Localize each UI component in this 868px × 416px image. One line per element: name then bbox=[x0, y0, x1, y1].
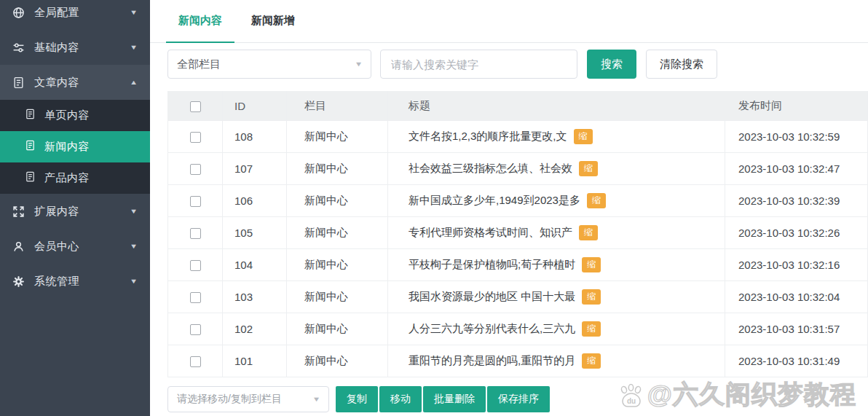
row-title-link[interactable]: 平枝栒子是保护植物吗;荀子种植时 bbox=[409, 258, 575, 270]
row-title-link[interactable]: 专利代理师资格考试时间、知识产 bbox=[409, 226, 572, 238]
globe-icon bbox=[12, 6, 25, 19]
table-row: 105新闻中心专利代理师资格考试时间、知识产缩2023-10-03 10:32:… bbox=[168, 217, 868, 249]
row-checkbox[interactable] bbox=[190, 196, 201, 207]
sidebar-item-label: 会员中心 bbox=[34, 240, 130, 254]
sidebar-item-article-content[interactable]: 文章内容 ▲ bbox=[0, 65, 150, 100]
copy-button[interactable]: 复制 bbox=[336, 386, 378, 412]
sidebar-item-news-content[interactable]: 新闻内容 bbox=[0, 131, 150, 162]
sidebar-item-label: 产品内容 bbox=[44, 171, 90, 185]
row-id: 101 bbox=[223, 345, 287, 377]
thumbnail-badge: 缩 bbox=[582, 353, 601, 369]
sliders-icon bbox=[12, 41, 25, 54]
user-icon bbox=[12, 240, 25, 253]
gear-icon bbox=[12, 275, 25, 288]
chevron-down-icon: ▼ bbox=[355, 60, 363, 68]
document-icon bbox=[25, 140, 36, 154]
row-checkbox[interactable] bbox=[190, 356, 201, 367]
tab-news-add[interactable]: 新闻新增 bbox=[239, 0, 307, 43]
move-button[interactable]: 移动 bbox=[379, 386, 422, 412]
row-id: 104 bbox=[223, 249, 287, 281]
sidebar-item-label: 基础内容 bbox=[34, 41, 130, 55]
sidebar-item-label: 文章内容 bbox=[34, 76, 130, 90]
thumbnail-badge: 缩 bbox=[587, 193, 606, 208]
move-copy-select-placeholder: 请选择移动/复制到栏目 bbox=[177, 393, 282, 406]
sidebar-item-member-center[interactable]: 会员中心 ▼ bbox=[0, 229, 150, 264]
sidebar-item-system-management[interactable]: 系统管理 ▼ bbox=[0, 264, 150, 299]
row-publish-time: 2023-10-03 10:32:47 bbox=[725, 153, 868, 185]
news-table: ID 栏目 标题 发布时间 108新闻中心文件名按1,2,3的顺序批量更改,文缩… bbox=[167, 91, 868, 377]
sidebar: 全局配置 ▼ 基础内容 ▼ 文章内容 ▲ bbox=[0, 0, 150, 416]
col-header-category: 栏目 bbox=[287, 92, 388, 121]
row-publish-time: 2023-10-03 10:32:26 bbox=[725, 217, 868, 249]
row-checkbox[interactable] bbox=[190, 132, 201, 143]
table-row: 103新闻中心我国水资源最少的地区 中国十大最缩2023-10-03 10:32… bbox=[168, 281, 868, 313]
row-category: 新闻中心 bbox=[287, 185, 388, 217]
sidebar-item-global-config[interactable]: 全局配置 ▼ bbox=[0, 0, 150, 30]
row-publish-time: 2023-10-03 10:31:57 bbox=[725, 313, 868, 345]
table-row: 104新闻中心平枝栒子是保护植物吗;荀子种植时缩2023-10-03 10:32… bbox=[168, 249, 868, 281]
app-window: 全局配置 ▼ 基础内容 ▼ 文章内容 ▲ bbox=[0, 0, 868, 416]
clear-search-button[interactable]: 清除搜索 bbox=[646, 50, 717, 79]
row-publish-time: 2023-10-03 10:32:16 bbox=[725, 249, 868, 281]
tab-news-content[interactable]: 新闻内容 bbox=[166, 0, 234, 43]
chevron-up-icon: ▲ bbox=[130, 79, 138, 86]
document-icon bbox=[25, 109, 36, 122]
row-id: 103 bbox=[223, 281, 287, 313]
row-title-link[interactable]: 新中国成立多少年,1949到2023是多 bbox=[409, 194, 580, 206]
row-id: 105 bbox=[223, 217, 287, 249]
row-checkbox[interactable] bbox=[190, 292, 201, 303]
row-title-link[interactable]: 文件名按1,2,3的顺序批量更改,文 bbox=[409, 130, 567, 142]
chevron-down-icon: ▼ bbox=[130, 278, 138, 285]
row-checkbox[interactable] bbox=[190, 260, 201, 271]
sidebar-item-label: 新闻内容 bbox=[44, 140, 90, 154]
sidebar-menu: 全局配置 ▼ 基础内容 ▼ 文章内容 ▲ bbox=[0, 0, 150, 299]
sidebar-item-single-page-content[interactable]: 单页内容 bbox=[0, 100, 150, 131]
sidebar-item-extended-content[interactable]: 扩展内容 ▼ bbox=[0, 194, 150, 229]
thumbnail-badge: 缩 bbox=[574, 129, 593, 144]
chevron-down-icon: ▼ bbox=[130, 44, 138, 51]
batch-delete-button[interactable]: 批量删除 bbox=[423, 386, 486, 412]
row-checkbox[interactable] bbox=[190, 324, 201, 335]
row-title-link[interactable]: 重阳节的月亮是圆的吗,重阳节的月 bbox=[409, 354, 575, 366]
row-category: 新闻中心 bbox=[287, 281, 388, 313]
sidebar-item-product-content[interactable]: 产品内容 bbox=[0, 162, 150, 194]
col-header-publish-time: 发布时间 bbox=[725, 92, 868, 121]
sidebar-submenu-article: 单页内容 新闻内容 产品内容 bbox=[0, 100, 150, 194]
row-title-link[interactable]: 社会效益三级指标怎么填、社会效 bbox=[409, 162, 572, 174]
row-category: 新闻中心 bbox=[287, 313, 388, 345]
sidebar-item-label: 系统管理 bbox=[34, 275, 130, 289]
move-copy-select[interactable]: 请选择移动/复制到栏目 ▼ bbox=[167, 386, 329, 412]
table-row: 101新闻中心重阳节的月亮是圆的吗,重阳节的月缩2023-10-03 10:31… bbox=[168, 345, 868, 377]
row-id: 106 bbox=[223, 185, 287, 217]
sidebar-item-label: 单页内容 bbox=[44, 109, 90, 122]
category-select[interactable]: 全部栏目 ▼ bbox=[167, 50, 371, 79]
save-sort-button[interactable]: 保存排序 bbox=[487, 386, 550, 412]
thumbnail-badge: 缩 bbox=[579, 161, 598, 176]
row-checkbox[interactable] bbox=[190, 164, 201, 175]
row-checkbox[interactable] bbox=[190, 228, 201, 239]
chevron-down-icon: ▼ bbox=[130, 208, 138, 215]
row-category: 新闻中心 bbox=[287, 121, 388, 153]
chevron-down-icon: ▼ bbox=[130, 9, 138, 16]
row-id: 107 bbox=[223, 153, 287, 185]
row-publish-time: 2023-10-03 10:32:59 bbox=[725, 121, 868, 153]
row-publish-time: 2023-10-03 10:32:04 bbox=[725, 281, 868, 313]
select-all-checkbox[interactable] bbox=[190, 101, 201, 112]
document-icon bbox=[25, 171, 36, 185]
search-button[interactable]: 搜索 bbox=[587, 50, 636, 79]
table-header-row: ID 栏目 标题 发布时间 bbox=[168, 92, 868, 121]
col-header-title: 标题 bbox=[388, 92, 725, 121]
row-title-link[interactable]: 我国水资源最少的地区 中国十大最 bbox=[409, 290, 575, 302]
row-category: 新闻中心 bbox=[287, 249, 388, 281]
category-select-value: 全部栏目 bbox=[177, 58, 221, 71]
row-id: 102 bbox=[223, 313, 287, 345]
row-title-link[interactable]: 人分三六九等分别代表什么,三六九 bbox=[409, 322, 575, 334]
sidebar-item-basic-content[interactable]: 基础内容 ▼ bbox=[0, 30, 150, 65]
expand-icon bbox=[12, 205, 25, 218]
table-row: 108新闻中心文件名按1,2,3的顺序批量更改,文缩2023-10-03 10:… bbox=[168, 121, 868, 153]
tab-bar: 新闻内容 新闻新增 bbox=[150, 0, 868, 43]
search-toolbar: 全部栏目 ▼ 搜索 清除搜索 bbox=[167, 50, 851, 79]
keyword-input[interactable] bbox=[380, 50, 577, 79]
row-category: 新闻中心 bbox=[287, 217, 388, 249]
table-body: 108新闻中心文件名按1,2,3的顺序批量更改,文缩2023-10-03 10:… bbox=[168, 121, 868, 377]
